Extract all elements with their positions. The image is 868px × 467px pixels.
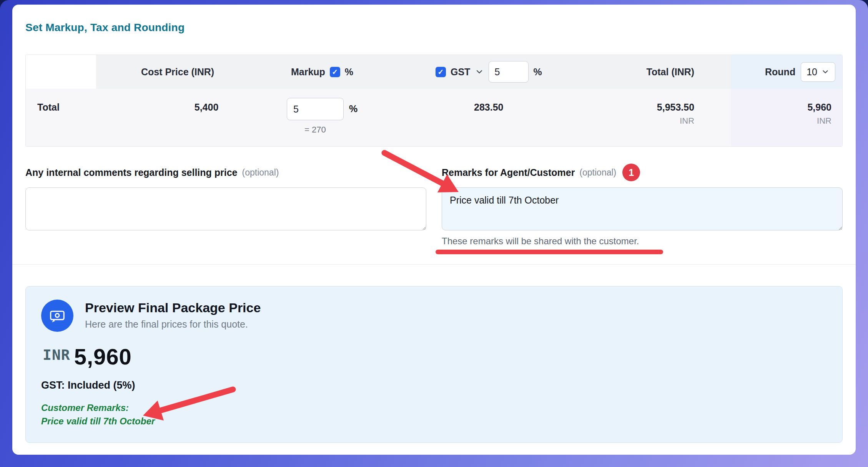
page-background: Set Markup, Tax and Rounding Cost Price … bbox=[0, 0, 868, 467]
page-title: Set Markup, Tax and Rounding bbox=[25, 22, 843, 34]
internal-comments-textarea[interactable] bbox=[25, 187, 426, 230]
remarks-shared-note: These remarks will be shared with the cu… bbox=[442, 236, 843, 247]
internal-comments-optional: (optional) bbox=[242, 167, 279, 178]
markup-value-input[interactable] bbox=[287, 98, 344, 120]
customer-remarks-label: Remarks for Agent/Customer bbox=[442, 167, 575, 178]
pricing-card: Set Markup, Tax and Rounding Cost Price … bbox=[12, 5, 856, 455]
gst-header-label: GST bbox=[451, 66, 470, 78]
total-amount-currency: INR bbox=[680, 116, 694, 126]
rounded-amount-currency: INR bbox=[817, 116, 831, 126]
gst-checkbox[interactable] bbox=[436, 67, 446, 77]
markup-percent-symbol: % bbox=[345, 66, 353, 78]
gst-included-note: GST: Included (5%) bbox=[41, 379, 827, 391]
final-price-amount: 5,960 bbox=[74, 346, 132, 368]
cost-price-header-cell: Cost Price (INR) bbox=[96, 55, 259, 89]
round-header-cell: Round 10 bbox=[731, 55, 842, 89]
total-amount-value: 5,953.50 bbox=[657, 102, 694, 113]
round-select[interactable]: 10 bbox=[801, 62, 835, 82]
gst-rate-input[interactable] bbox=[489, 61, 529, 83]
round-select-value: 10 bbox=[806, 66, 817, 78]
total-header-label: Total (INR) bbox=[647, 66, 695, 78]
rounded-amount-cell: 5,960 INR bbox=[731, 89, 842, 146]
pricing-table-header-row: Cost Price (INR) Markup % GST % bbox=[26, 55, 842, 89]
customer-remarks-preview: Customer Remarks: Price valid till 7th O… bbox=[41, 401, 827, 428]
final-price-row: INR 5,960 bbox=[41, 346, 827, 368]
gst-percent-symbol: % bbox=[533, 66, 542, 78]
preview-title: Preview Final Package Price bbox=[85, 300, 261, 315]
preview-subtitle: Here are the final prices for this quote… bbox=[85, 319, 261, 330]
total-row-label: Total bbox=[26, 89, 96, 146]
annotation-badge-1: 1 bbox=[622, 164, 640, 181]
customer-remarks-optional: (optional) bbox=[579, 167, 616, 178]
markup-percent-checkbox[interactable] bbox=[330, 67, 340, 77]
gst-header-cell: GST % bbox=[385, 55, 592, 89]
markup-header-cell: Markup % bbox=[259, 55, 385, 89]
markup-computed-amount: = 270 bbox=[304, 125, 326, 135]
final-price-currency: INR bbox=[43, 346, 70, 363]
internal-comments-label: Any internal comments regarding selling … bbox=[25, 167, 238, 178]
rounded-amount-value: 5,960 bbox=[807, 102, 831, 113]
gst-chevron-down-icon[interactable] bbox=[475, 67, 484, 76]
pricing-table: Cost Price (INR) Markup % GST % bbox=[25, 55, 843, 147]
customer-remarks-preview-value: Price valid till 7th October bbox=[41, 415, 827, 428]
markup-row-percent-symbol: % bbox=[349, 103, 358, 114]
cost-price-value: 5,400 bbox=[96, 89, 259, 146]
round-chevron-down-icon bbox=[821, 68, 830, 76]
internal-comments-section: Any internal comments regarding selling … bbox=[25, 164, 426, 254]
total-header-cell: Total (INR) bbox=[592, 55, 731, 89]
divider bbox=[12, 264, 856, 265]
gst-amount-value: 283.50 bbox=[385, 89, 592, 146]
cash-icon bbox=[41, 300, 73, 332]
markup-cell: = 270 % bbox=[259, 89, 385, 146]
total-amount-cell: 5,953.50 INR bbox=[592, 89, 731, 146]
customer-remarks-textarea[interactable]: Price valid till 7th October bbox=[442, 187, 843, 230]
comments-section: Any internal comments regarding selling … bbox=[25, 164, 843, 254]
round-label: Round bbox=[765, 66, 795, 78]
markup-header-label: Markup bbox=[291, 66, 325, 78]
cost-price-header-label: Cost Price (INR) bbox=[141, 66, 214, 78]
annotation-underline bbox=[436, 250, 663, 254]
pricing-table-total-row: Total 5,400 = 270 % 283.50 5,953.50 INR bbox=[26, 89, 842, 146]
customer-remarks-preview-label: Customer Remarks: bbox=[41, 401, 827, 415]
preview-panel: Preview Final Package Price Here are the… bbox=[25, 286, 843, 443]
header-blank-cell bbox=[26, 55, 96, 89]
customer-remarks-section: Remarks for Agent/Customer (optional) 1 … bbox=[442, 164, 843, 254]
